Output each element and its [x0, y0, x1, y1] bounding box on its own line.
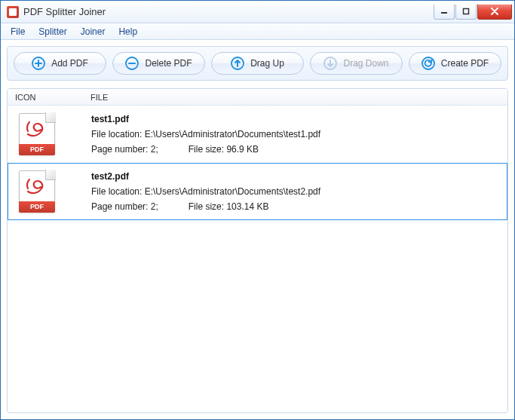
add-pdf-label: Add PDF — [51, 58, 88, 69]
menu-file[interactable]: File — [4, 25, 32, 38]
create-pdf-button[interactable]: Create PDF — [409, 52, 501, 75]
titlebar: PDF Splitter Joiner — [1, 1, 514, 23]
file-size: File size: 103.14 KB — [189, 201, 269, 212]
drag-up-button[interactable]: Drag Up — [211, 52, 304, 75]
delete-pdf-button[interactable]: Delete PDF — [112, 52, 205, 75]
drag-down-label: Drag Down — [343, 58, 388, 69]
app-icon — [7, 6, 19, 18]
file-icon-cell: PDF — [16, 111, 91, 158]
menubar: File Splitter Joiner Help — [1, 23, 514, 40]
plus-icon — [32, 57, 45, 70]
file-details-cell: test1.pdfFile location: E:\Users\Adminis… — [91, 111, 502, 158]
app-window: PDF Splitter Joiner File Splitter Joiner… — [0, 0, 515, 420]
maximize-button[interactable] — [455, 5, 477, 20]
svg-rect-1 — [464, 9, 469, 14]
window-title: PDF Splitter Joiner — [23, 1, 434, 23]
toolbar: Add PDF Delete PDF Drag Up Drag Down — [7, 46, 508, 81]
content-area: Add PDF Delete PDF Drag Up Drag Down — [1, 40, 514, 419]
menu-help[interactable]: Help — [112, 25, 144, 38]
file-page-count: Page number: 2; — [91, 201, 158, 212]
drag-up-label: Drag Up — [250, 58, 284, 69]
file-list-panel: ICON FILE PDFtest1.pdfFile location: E:\… — [7, 88, 508, 413]
file-icon-cell: PDF — [16, 168, 91, 215]
svg-point-6 — [422, 57, 434, 69]
arrow-down-icon — [323, 57, 337, 70]
drag-down-button[interactable]: Drag Down — [310, 52, 403, 75]
column-icon-header[interactable]: ICON — [8, 93, 90, 102]
file-location: File location: E:\Users\Administrator\Do… — [91, 186, 502, 197]
refresh-icon — [422, 57, 435, 70]
file-page-count: Page number: 2; — [91, 144, 158, 155]
file-row[interactable]: PDFtest2.pdfFile location: E:\Users\Admi… — [8, 163, 507, 220]
file-name: test1.pdf — [91, 114, 502, 124]
file-details-cell: test2.pdfFile location: E:\Users\Adminis… — [91, 168, 502, 215]
file-row[interactable]: PDFtest1.pdfFile location: E:\Users\Admi… — [8, 106, 507, 163]
menu-joiner[interactable]: Joiner — [74, 25, 112, 38]
file-name: test2.pdf — [91, 171, 502, 182]
delete-pdf-label: Delete PDF — [145, 58, 192, 69]
file-rows-container: PDFtest1.pdfFile location: E:\Users\Admi… — [8, 106, 507, 412]
add-pdf-button[interactable]: Add PDF — [14, 52, 106, 75]
column-headers: ICON FILE — [8, 89, 507, 106]
minimize-button[interactable] — [434, 5, 455, 20]
menu-splitter[interactable]: Splitter — [32, 25, 73, 38]
file-location: File location: E:\Users\Administrator\Do… — [91, 129, 502, 139]
arrow-up-icon — [231, 57, 244, 70]
close-button[interactable] — [477, 5, 512, 20]
pdf-file-icon: PDF — [19, 113, 55, 155]
pdf-file-icon: PDF — [19, 170, 55, 213]
window-controls — [434, 5, 512, 20]
pdf-badge-label: PDF — [19, 201, 55, 213]
file-size: File size: 96.9 KB — [189, 144, 259, 155]
create-pdf-label: Create PDF — [441, 58, 489, 69]
column-file-header[interactable]: FILE — [90, 93, 507, 102]
file-meta: Page number: 2;File size: 96.9 KB — [91, 144, 502, 155]
pdf-badge-label: PDF — [19, 144, 55, 155]
minus-icon — [125, 57, 139, 70]
file-meta: Page number: 2;File size: 103.14 KB — [91, 201, 502, 212]
